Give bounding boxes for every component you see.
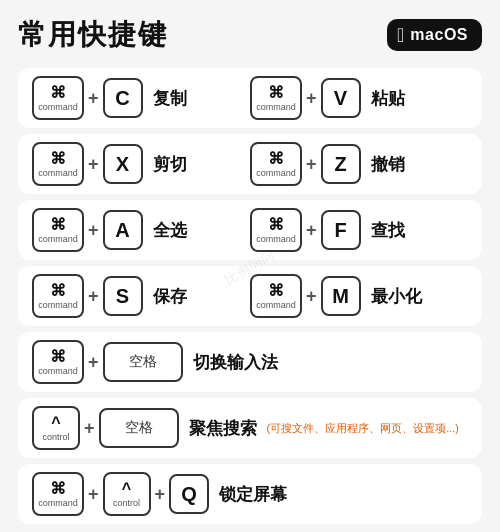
cmd-key-copy: ⌘ command: [32, 76, 84, 120]
f-key: F: [321, 210, 361, 250]
apple-icon: : [397, 25, 404, 45]
cmd-key-selectall: ⌘ command: [32, 208, 84, 252]
x-key: X: [103, 144, 143, 184]
switch-input-label: 切换输入法: [193, 351, 278, 374]
undo-label: 撤销: [371, 153, 405, 176]
space-key-switch: 空格: [103, 342, 183, 382]
v-key: V: [321, 78, 361, 118]
cut-label: 剪切: [153, 153, 187, 176]
cmd-key-undo: ⌘ command: [250, 142, 302, 186]
c-key: C: [103, 78, 143, 118]
find-label: 查找: [371, 219, 405, 242]
macos-label: macOS: [410, 26, 468, 44]
row-switch-input: ⌘ command + 空格 切换输入法: [18, 332, 482, 392]
page-title: 常用快捷键: [18, 16, 168, 54]
shortcut-grid: ⌘ command + C 复制 ⌘ command + V 粘贴: [18, 68, 482, 524]
copy-label: 复制: [153, 87, 187, 110]
cmd-key-paste: ⌘ command: [250, 76, 302, 120]
a-key: A: [103, 210, 143, 250]
spotlight-label: 聚焦搜索: [189, 417, 257, 440]
z-key: Z: [321, 144, 361, 184]
minimize-shortcut: ⌘ command + M 最小化: [250, 274, 468, 318]
macos-badge:  macOS: [387, 19, 482, 51]
row-cut-undo: ⌘ command + X 剪切 ⌘ command + Z 撤销: [18, 134, 482, 194]
save-label: 保存: [153, 285, 187, 308]
spotlight-sublabel: (可搜文件、应用程序、网页、设置项...): [267, 421, 460, 436]
switch-input-shortcut: ⌘ command + 空格 切换输入法: [32, 340, 286, 384]
undo-shortcut: ⌘ command + Z 撤销: [250, 142, 468, 186]
selectall-shortcut: ⌘ command + A 全选: [32, 208, 250, 252]
paste-shortcut: ⌘ command + V 粘贴: [250, 76, 468, 120]
selectall-label: 全选: [153, 219, 187, 242]
space-key-spotlight: 空格: [99, 408, 179, 448]
cmd-key-find: ⌘ command: [250, 208, 302, 252]
save-shortcut: ⌘ command + S 保存: [32, 274, 250, 318]
row-save-minimize: ⌘ command + S 保存 ⌘ command + M 最小化: [18, 266, 482, 326]
q-key: Q: [169, 474, 209, 514]
cut-shortcut: ⌘ command + X 剪切: [32, 142, 250, 186]
cmd-key-cut: ⌘ command: [32, 142, 84, 186]
header: 常用快捷键  macOS: [18, 16, 482, 54]
row-selectall-find: ⌘ command + A 全选 ⌘ command + F 查找: [18, 200, 482, 260]
control-key-spotlight: ^ control: [32, 406, 80, 450]
control-key-lock: ^ control: [103, 472, 151, 516]
cmd-key-lock: ⌘ command: [32, 472, 84, 516]
copy-shortcut: ⌘ command + C 复制: [32, 76, 250, 120]
find-shortcut: ⌘ command + F 查找: [250, 208, 468, 252]
row-spotlight: ^ control + 空格 聚焦搜索 (可搜文件、应用程序、网页、设置项...…: [18, 398, 482, 458]
s-key: S: [103, 276, 143, 316]
cmd-key-save: ⌘ command: [32, 274, 84, 318]
spotlight-shortcut: ^ control + 空格 聚焦搜索 (可搜文件、应用程序、网页、设置项...…: [32, 406, 459, 450]
m-key: M: [321, 276, 361, 316]
paste-label: 粘贴: [371, 87, 405, 110]
lock-screen-label: 锁定屏幕: [219, 483, 287, 506]
lock-screen-shortcut: ⌘ command + ^ control + Q 锁定屏幕: [32, 472, 295, 516]
cmd-key-switch: ⌘ command: [32, 340, 84, 384]
row-lock-screen: ⌘ command + ^ control + Q 锁定屏幕: [18, 464, 482, 524]
cmd-key-minimize: ⌘ command: [250, 274, 302, 318]
minimize-label: 最小化: [371, 285, 422, 308]
row-copy-paste: ⌘ command + C 复制 ⌘ command + V 粘贴: [18, 68, 482, 128]
